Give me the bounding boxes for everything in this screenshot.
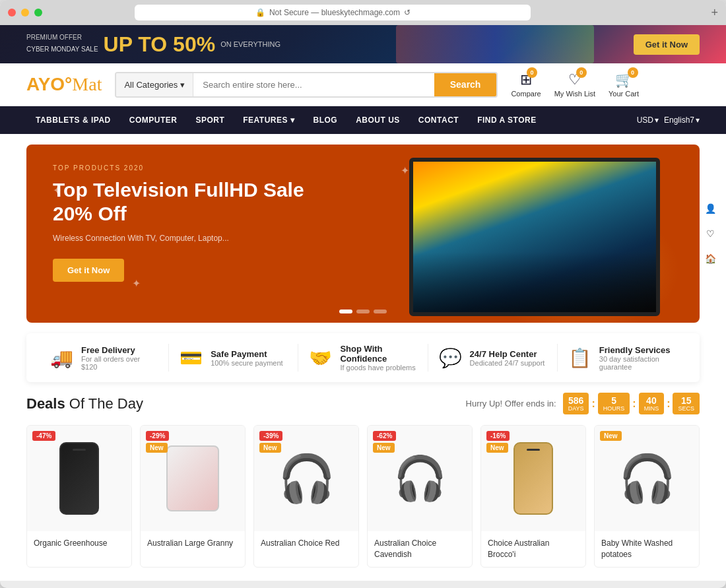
product-card-4[interactable]: -62% New 🎧 Australian Choice Cavendish (367, 425, 473, 568)
product-badge-4: -62% (373, 431, 396, 441)
product-badge2-5: New (486, 443, 508, 453)
phone-image-1 (59, 442, 99, 515)
chevron-down-icon: ▾ (180, 80, 185, 90)
premium-label: PREMIUM OFFER CYBER MONDAY SALE (26, 33, 98, 53)
product-name-2: Australian Large Granny (147, 538, 238, 549)
minimize-button[interactable] (21, 9, 29, 16)
nav-item-computer[interactable]: COMPUTER (120, 106, 187, 134)
product-card-6[interactable]: New 🎧 Baby White Washed potatoes (594, 425, 700, 568)
language-chevron-icon: ▾ (696, 115, 700, 125)
product-badge-6: New (600, 431, 622, 441)
product-badge-2: -29% (146, 431, 169, 441)
wishlist-label: My Wish List (554, 90, 595, 98)
promo-labels: PREMIUM OFFER CYBER MONDAY SALE (26, 33, 98, 55)
star-icon-1: ✦ (401, 164, 409, 177)
cart-badge: 0 (628, 67, 638, 78)
support-title: 24/7 Help Center (470, 349, 545, 359)
up-to-text: UP TO (104, 32, 168, 56)
search-input[interactable] (193, 73, 434, 96)
nav-item-store[interactable]: FIND A STORE (468, 106, 546, 134)
logo-text: AYO° (26, 74, 72, 94)
cart-label: Your Cart (609, 90, 639, 98)
product-badge2-2: New (146, 443, 168, 453)
timer-sep-1: : (591, 398, 595, 410)
promo-percent: UP TO 50% (104, 32, 216, 57)
nav-items: TABBLETS & IPAD COMPUTER SPORT FEATURES … (26, 106, 637, 134)
language-selector[interactable]: English7 ▾ (664, 115, 700, 125)
deals-timer: Hurry Up! Offer ends in: 586 DAYS : 5 HO… (466, 393, 700, 414)
nav-item-features[interactable]: FEATURES ▾ (234, 106, 304, 134)
site-logo[interactable]: AYO°Mat (26, 74, 102, 95)
payment-title: Safe Payment (211, 349, 282, 359)
search-button[interactable]: Search (434, 73, 497, 96)
nav-item-contact[interactable]: CONTACT (409, 106, 468, 134)
hero-tag: TOP PRODUCTS 2020 (53, 164, 337, 172)
tablet-image-2 (166, 445, 219, 511)
feature-services: 📋 Friendly Services 30 day satisfaction … (558, 344, 686, 372)
timer-blocks: 586 DAYS : 5 HOURS : 40 MINS (563, 393, 700, 414)
product-img-1: -47% (27, 426, 131, 531)
product-img-4: -62% New 🎧 (368, 426, 472, 531)
nav-right-controls: USD ▾ English7 ▾ (637, 115, 700, 125)
support-desc: Dedicated 24/7 support (470, 359, 545, 367)
products-grid: -47% Organic Greenhouse -29% New (26, 425, 700, 568)
product-name-5: Choice Australian Brocco'i (488, 538, 579, 560)
close-button[interactable] (8, 9, 16, 16)
address-bar[interactable]: 🔒 Not Secure — blueskytechmage.com ↺ (135, 5, 531, 20)
site-wrapper: PREMIUM OFFER CYBER MONDAY SALE UP TO 50… (0, 25, 726, 581)
product-img-5: -16% New (481, 426, 585, 531)
nav-item-blog[interactable]: BLOG (304, 106, 347, 134)
product-img-2: -29% New (141, 426, 245, 531)
feature-confidence-text: Shop With Confidence If goods have probl… (340, 344, 416, 372)
store-quick-icon[interactable]: 🏠 (701, 249, 719, 268)
hero-banner: ✦ ✦ ✦ TOP PRODUCTS 2020 Top Television F… (26, 145, 700, 323)
nav-item-about[interactable]: ABOUT US (346, 106, 409, 134)
delivery-title: Free Delivery (81, 345, 158, 355)
wishlist-icon-item[interactable]: ♡ 0 My Wish List (554, 71, 595, 98)
tv-screen (413, 162, 656, 312)
product-badge2-3: New (259, 443, 281, 453)
site-header: AYO°Mat All Categories ▾ Search ⊞ 0 Comp… (0, 63, 726, 106)
user-quick-icon[interactable]: 👤 (701, 199, 719, 218)
hero-carousel-dots (339, 310, 387, 313)
promo-cta-button[interactable]: Get it Now (634, 34, 700, 55)
payment-desc: 100% secure payment (211, 359, 282, 367)
phone-image-5 (513, 442, 553, 515)
timer-sep-2: : (632, 398, 636, 410)
dot-3[interactable] (374, 310, 387, 313)
product-card-5[interactable]: -16% New Choice Australian Brocco'i (480, 425, 586, 568)
currency-selector[interactable]: USD ▾ (637, 115, 659, 125)
timer-sep-3: : (667, 398, 670, 410)
hero-cta-button[interactable]: Get it Now (53, 259, 124, 282)
compare-icon-wrapper: ⊞ 0 (520, 71, 532, 88)
feature-support: 💬 24/7 Help Center Dedicated 24/7 suppor… (428, 344, 558, 372)
deals-section: Deals Of The Day Hurry Up! Offer ends in… (26, 393, 700, 581)
features-chevron-icon: ▾ (290, 115, 295, 125)
nav-item-tablets[interactable]: TABBLETS & IPAD (26, 106, 120, 134)
product-name-6: Baby White Washed potatoes (601, 538, 692, 560)
cart-icon-item[interactable]: 🛒 0 Your Cart (609, 71, 639, 98)
product-card-3[interactable]: -39% New 🎧 Australian Choice Red (253, 425, 359, 568)
product-card-2[interactable]: -29% New Australian Large Granny (140, 425, 246, 568)
category-label: All Categories (124, 80, 178, 90)
category-dropdown[interactable]: All Categories ▾ (116, 73, 193, 96)
services-icon: 📋 (568, 347, 591, 369)
feature-payment-text: Safe Payment 100% secure payment (211, 349, 282, 367)
dot-2[interactable] (356, 310, 370, 313)
wishlist-quick-icon[interactable]: ♡ (701, 224, 719, 243)
nav-item-sport[interactable]: SPORT (186, 106, 234, 134)
browser-window: 🔒 Not Secure — blueskytechmage.com ↺ + P… (0, 0, 726, 588)
compare-icon-item[interactable]: ⊞ 0 Compare (511, 71, 541, 98)
product-card-1[interactable]: -47% Organic Greenhouse (26, 425, 132, 568)
product-badge2-4: New (373, 443, 395, 453)
maximize-button[interactable] (34, 9, 42, 16)
new-tab-button[interactable]: + (711, 6, 718, 20)
feature-delivery-text: Free Delivery For all orders over $120 (81, 345, 158, 371)
dot-1[interactable] (339, 310, 352, 313)
product-badge-1: -47% (32, 431, 55, 441)
refresh-icon[interactable]: ↺ (404, 8, 411, 17)
cart-icon-wrapper: 🛒 0 (615, 71, 633, 88)
tv-stand (508, 312, 561, 316)
delivery-desc: For all orders over $120 (81, 355, 158, 371)
on-everything-text: ON EVERYTHING (220, 40, 280, 48)
